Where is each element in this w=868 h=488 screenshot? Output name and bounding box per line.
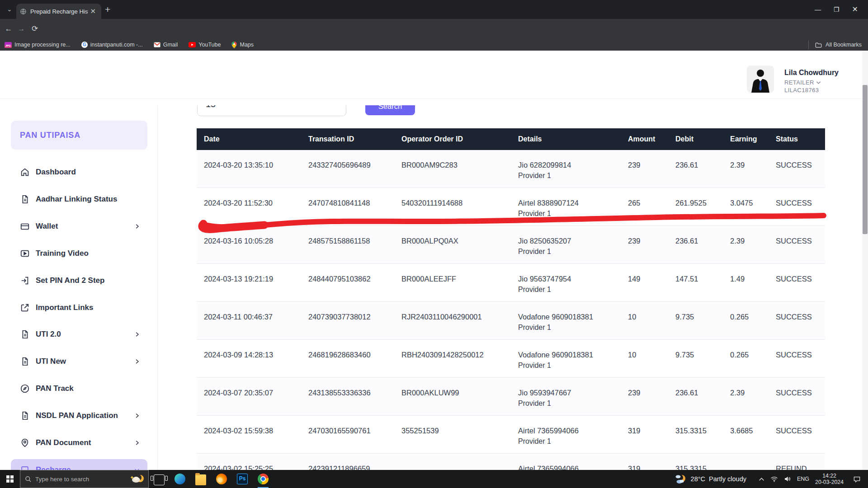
sidebar-item-nsdl-pan-application[interactable]: NSDL PAN Application	[11, 407, 147, 425]
weather-widget[interactable]: 28°C Partly cloudy	[675, 473, 746, 485]
bookmark-item[interactable]: Ginstantpanuti.com -...	[81, 42, 143, 48]
back-button[interactable]: ←	[3, 23, 14, 35]
scrollbar-thumb[interactable]	[863, 85, 868, 234]
tab-search-icon[interactable]: ⌄	[4, 4, 15, 16]
details-cell: Jio 9593947667Provider 1	[511, 378, 621, 415]
table-row[interactable]: 2024-03-02 15:59:38247030165590761355251…	[197, 416, 825, 454]
system-tray: 28°C Partly cloudy ENG 14:22 20-03-2024	[675, 470, 868, 488]
chrome-taskbar-icon[interactable]	[253, 470, 274, 488]
sidebar-item-label: Aadhar Linking Status	[36, 195, 117, 204]
start-button[interactable]	[0, 470, 20, 488]
user-role[interactable]: RETAILER	[784, 79, 821, 86]
details-line1: Airtel 7365994066	[518, 427, 616, 435]
operator-order-id-cell: BR000AM9C283	[394, 150, 511, 188]
bookmark-item[interactable]: Gmail	[154, 42, 178, 48]
amount-cell: 239	[621, 150, 668, 188]
table-row[interactable]: 2024-03-02 15:25:25242391211896659Airtel…	[197, 454, 825, 470]
sidebar-item-uti-new[interactable]: UTI New	[11, 352, 147, 371]
details-cell: Jio 8250635207Provider 1	[511, 226, 621, 263]
user-id: LILAC18763	[784, 87, 819, 94]
window-close-button[interactable]: ✕	[852, 6, 858, 13]
bookmark-label: YouTube	[198, 42, 221, 48]
amount-cell: 319	[621, 416, 668, 453]
file-explorer-taskbar-icon[interactable]	[190, 470, 211, 488]
sidebar-item-pan-document[interactable]: PAN Document	[11, 434, 147, 452]
chevron-down-icon	[134, 467, 140, 470]
edge-taskbar-icon[interactable]	[170, 470, 190, 488]
window-minimize-button[interactable]: —	[815, 6, 821, 13]
sidebar-item-uti-2-0[interactable]: UTI 2.0	[11, 325, 147, 343]
sidebar-item-label: Recharge	[36, 465, 71, 470]
status-cell: SUCCESS	[769, 416, 825, 453]
new-tab-button[interactable]: +	[105, 4, 110, 15]
details-line2: Provider 1	[518, 172, 616, 180]
table-row[interactable]: 2024-03-13 19:21:19248440795103862BR000A…	[197, 264, 825, 302]
sidebar-item-training-video[interactable]: Training Video	[11, 244, 147, 263]
operator-order-id-cell: RJR2403110046290001	[394, 302, 511, 339]
task-view-taskbar-icon[interactable]	[149, 470, 170, 488]
taskbar-search-input[interactable]: Type here to search	[20, 470, 149, 488]
details-line2: Provider 1	[518, 361, 616, 370]
forward-button[interactable]: →	[15, 23, 27, 35]
firefox-taskbar-icon[interactable]	[211, 470, 232, 488]
sidebar-item-label: NSDL PAN Application	[36, 411, 118, 420]
tab-close-icon[interactable]: ✕	[88, 7, 98, 15]
windows-logo-icon	[6, 475, 14, 483]
details-line2: Provider 1	[518, 248, 616, 256]
table-row[interactable]: 2024-03-07 20:35:07243138553336336BR000A…	[197, 378, 825, 416]
operator-order-id-cell	[394, 454, 511, 470]
browser-tab[interactable]: Prepaid Recharge History ✕	[16, 4, 101, 19]
user-avatar[interactable]	[747, 66, 774, 93]
sidebar-item-set-pin-and-2-step[interactable]: Set PIN And 2 Step	[11, 272, 147, 290]
reload-button[interactable]: ⟳	[29, 23, 41, 35]
sidebar-item-dashboard[interactable]: Dashboard	[11, 163, 147, 181]
tray-chevron-up-icon[interactable]	[759, 477, 764, 481]
sidebar-item-pan-track[interactable]: PAN Track	[11, 380, 147, 398]
sidebar-brand[interactable]: PAN UTIPAISA	[11, 121, 147, 150]
window-maximize-button[interactable]: ❐	[834, 6, 840, 13]
table-row[interactable]: 2024-03-11 00:46:37240739037738012RJR240…	[197, 302, 825, 340]
column-header: Operator Order ID	[394, 128, 511, 150]
user-name[interactable]: Lila Chowdhury	[784, 69, 839, 77]
photoshop-taskbar-icon[interactable]: Ps	[232, 470, 253, 488]
volume-icon[interactable]	[784, 476, 791, 482]
date-cell: 2024-03-02 15:59:38	[197, 416, 301, 453]
youtube-icon	[189, 42, 196, 47]
bookmark-item[interactable]: Maps	[231, 42, 254, 48]
status-cell: SUCCESS	[769, 188, 825, 225]
bookmark-item[interactable]: YouTube	[189, 42, 221, 48]
card-icon	[20, 465, 30, 470]
task-view-icon	[154, 474, 165, 485]
table-row[interactable]: 2024-03-20 11:52:30247074810841148540320…	[197, 188, 825, 226]
language-indicator[interactable]: ENG	[797, 476, 809, 482]
table-row[interactable]: 2024-03-16 10:05:28248575158861158BR000A…	[197, 226, 825, 264]
date-cell: 2024-03-20 11:52:30	[197, 188, 301, 225]
chevron-right-icon	[134, 440, 140, 446]
notification-center-icon[interactable]	[853, 476, 861, 483]
status-cell: SUCCESS	[769, 264, 825, 301]
sidebar-item-recharge[interactable]: Recharge	[11, 459, 147, 470]
sidebar-item-aadhar-linking-status[interactable]: Aadhar Linking Status	[11, 190, 147, 208]
search-highlights-icon[interactable]	[130, 473, 144, 485]
sidebar-item-important-links[interactable]: Important Links	[11, 299, 147, 317]
column-header: Earning	[723, 128, 769, 150]
debit-cell: 315.3315	[668, 454, 723, 470]
table-row[interactable]: 2024-03-20 13:35:10243327405696489BR000A…	[197, 150, 825, 188]
search-placeholder: Type here to search	[35, 476, 127, 483]
taskbar-clock[interactable]: 14:22 20-03-2024	[815, 473, 844, 485]
operator-order-id-cell: BR000ALEEJFF	[394, 264, 511, 301]
details-line1: Airtel 7365994066	[518, 465, 616, 470]
sidebar-item-label: PAN Document	[36, 438, 91, 447]
bookmark-item[interactable]: JPGImage processing re...	[5, 42, 71, 48]
tab-favicon-globe-icon	[20, 8, 27, 15]
details-cell: Jio 6282099814Provider 1	[511, 150, 621, 188]
page-scrollbar[interactable]	[862, 51, 868, 470]
sidebar-item-wallet[interactable]: Wallet	[11, 217, 147, 235]
pin-icon	[20, 438, 30, 448]
wifi-icon[interactable]	[770, 476, 778, 482]
all-bookmarks-button[interactable]: All Bookmarks	[808, 40, 862, 49]
jpg-badge-icon: JPG	[5, 42, 12, 48]
table-row[interactable]: 2024-03-09 14:28:13246819628683460RBH240…	[197, 340, 825, 378]
details-cell: Vodafone 9609018381Provider 1	[511, 340, 621, 377]
details-line1: Jio 9593947667	[518, 389, 616, 397]
